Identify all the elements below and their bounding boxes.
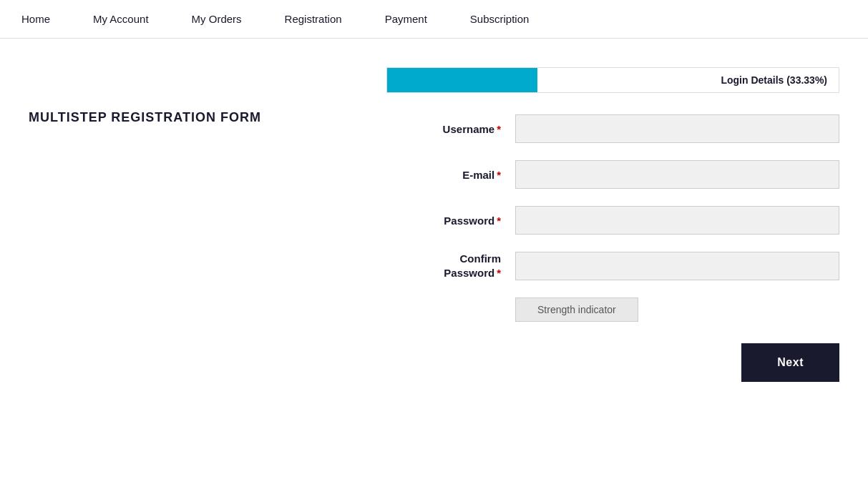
next-row: Next <box>386 343 839 382</box>
password-row: Password* <box>386 206 839 235</box>
next-button[interactable]: Next <box>741 343 839 382</box>
progress-bar: Login Details (33.33%) <box>386 67 839 93</box>
nav-item-my-orders[interactable]: My Orders <box>192 13 242 25</box>
nav-item-home[interactable]: Home <box>21 13 50 25</box>
left-panel: MULTISTEP REGISTRATION FORM <box>29 67 358 382</box>
main-content: MULTISTEP REGISTRATION FORM Login Detail… <box>0 39 868 410</box>
strength-indicator: Strength indicator <box>515 297 638 322</box>
nav-item-registration[interactable]: Registration <box>285 13 342 25</box>
main-navigation: Home My Account My Orders Registration P… <box>0 0 868 39</box>
confirm-password-label: Confirm Password* <box>386 252 515 280</box>
email-required: * <box>497 169 501 181</box>
username-label: Username* <box>386 123 515 135</box>
email-row: E-mail* <box>386 160 839 189</box>
password-label: Password* <box>386 215 515 227</box>
nav-item-payment[interactable]: Payment <box>385 13 427 25</box>
confirm-password-input[interactable] <box>515 252 839 280</box>
password-required: * <box>497 215 501 227</box>
email-label: E-mail* <box>386 169 515 181</box>
progress-fill <box>387 68 537 92</box>
username-row: Username* <box>386 114 839 143</box>
confirm-required: * <box>497 267 501 279</box>
nav-item-subscription[interactable]: Subscription <box>470 13 530 25</box>
password-input[interactable] <box>515 206 839 235</box>
right-panel: Login Details (33.33%) Username* E-mail*… <box>386 67 839 382</box>
username-input[interactable] <box>515 114 839 143</box>
username-required: * <box>497 123 501 135</box>
nav-item-my-account[interactable]: My Account <box>93 13 149 25</box>
email-input[interactable] <box>515 160 839 189</box>
strength-row: Strength indicator <box>386 297 839 322</box>
form-title: MULTISTEP REGISTRATION FORM <box>29 110 358 125</box>
progress-label: Login Details (33.33%) <box>537 67 839 93</box>
confirm-password-row: Confirm Password* <box>386 252 839 280</box>
